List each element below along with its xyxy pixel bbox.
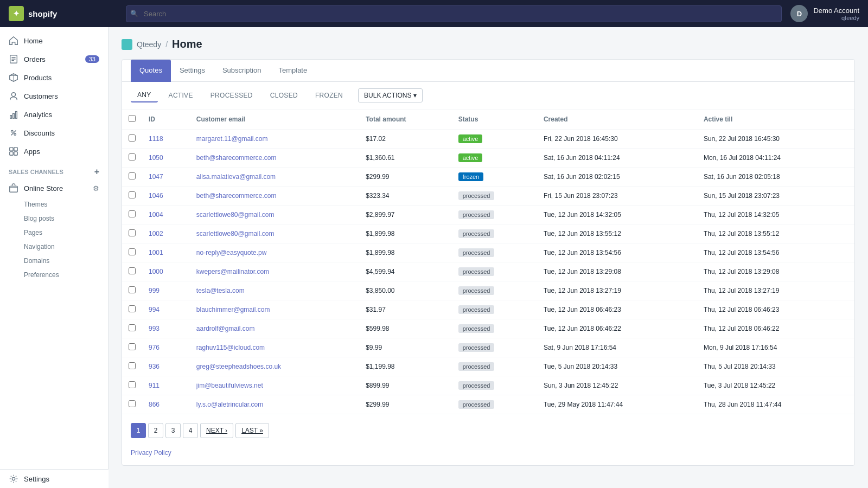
cell-email: jim@beautifulviews.net [190, 376, 359, 395]
id-link[interactable]: 999 [149, 287, 159, 294]
filter-processed[interactable]: PROCESSED [204, 89, 259, 102]
id-link[interactable]: 1000 [149, 268, 163, 275]
id-link[interactable]: 866 [149, 401, 159, 408]
id-link[interactable]: 1047 [149, 173, 163, 181]
page-btn-4[interactable]: 4 [183, 423, 198, 438]
row-checkbox[interactable] [129, 267, 136, 274]
tab-subscription[interactable]: Subscription [214, 60, 270, 82]
id-link[interactable]: 994 [149, 306, 159, 313]
id-link[interactable]: 1050 [149, 154, 163, 162]
last-page-button[interactable]: LAST » [235, 423, 269, 438]
sidebar-item-discounts[interactable]: Discounts [0, 124, 108, 142]
cell-status: processed [452, 338, 537, 357]
email-link[interactable]: beth@sharecommerce.com [196, 154, 277, 162]
id-link[interactable]: 1001 [149, 249, 163, 256]
id-link[interactable]: 1118 [149, 135, 163, 143]
row-checkbox[interactable] [129, 324, 136, 331]
email-link[interactable]: margaret.11@gmail.com [196, 135, 268, 143]
row-checkbox-cell [122, 300, 142, 319]
submenu-item-blog-posts[interactable]: Blog posts [0, 211, 108, 226]
submenu-item-themes[interactable]: Themes [0, 197, 108, 211]
id-link[interactable]: 1002 [149, 230, 163, 237]
search-input[interactable] [126, 5, 782, 22]
email-link[interactable]: greg@steepheadshoes.co.uk [196, 363, 281, 370]
row-checkbox[interactable] [129, 191, 136, 198]
cell-id: 911 [142, 376, 190, 395]
email-link[interactable]: blauchimmer@gmail.com [196, 306, 270, 313]
id-link[interactable]: 936 [149, 363, 159, 370]
breadcrumb-app-link[interactable]: Qteedy [137, 40, 161, 49]
cell-created: Sat, 9 Jun 2018 17:16:54 [537, 338, 697, 357]
submenu-item-preferences[interactable]: Preferences [0, 268, 108, 282]
filter-closed[interactable]: CLOSED [264, 89, 304, 102]
sidebar-label-home: Home [24, 37, 43, 45]
row-checkbox-cell [122, 281, 142, 300]
row-checkbox[interactable] [129, 343, 136, 350]
tab-settings[interactable]: Settings [171, 60, 214, 82]
row-checkbox[interactable] [129, 134, 136, 142]
email-link[interactable]: scarlettlowe80@gmail.com [196, 211, 275, 219]
row-checkbox[interactable] [129, 286, 136, 293]
svg-rect-10 [16, 112, 17, 119]
next-page-button[interactable]: NEXT › [200, 423, 233, 438]
email-link[interactable]: alisa.malatieva@gmail.com [196, 173, 276, 181]
sidebar-item-products[interactable]: Products [0, 68, 108, 87]
row-checkbox[interactable] [129, 400, 136, 407]
filter-frozen[interactable]: FROZEN [309, 89, 349, 102]
row-checkbox[interactable] [129, 229, 136, 236]
cell-id: 1004 [142, 206, 190, 224]
cell-email: blauchimmer@gmail.com [190, 300, 359, 319]
cell-amount: $2,899.97 [359, 206, 452, 224]
row-checkbox[interactable] [129, 362, 136, 369]
row-checkbox[interactable] [129, 248, 136, 255]
table-row: 1000 kwepers@mailinator.com $4,599.94 pr… [122, 262, 854, 281]
email-link[interactable]: scarlettlowe80@gmail.com [196, 230, 275, 237]
orders-badge: 33 [85, 55, 99, 63]
email-link[interactable]: tesla@tesla.com [196, 287, 245, 294]
email-link[interactable]: jim@beautifulviews.net [196, 382, 263, 389]
sidebar-item-apps[interactable]: Apps [0, 142, 108, 160]
add-sales-channel-icon[interactable]: + [94, 167, 99, 177]
sidebar-item-home[interactable]: Home [0, 31, 108, 50]
tab-template[interactable]: Template [270, 60, 316, 82]
id-link[interactable]: 993 [149, 325, 159, 332]
privacy-policy-link[interactable]: Privacy Policy [122, 447, 854, 465]
row-checkbox[interactable] [129, 210, 136, 217]
sidebar-item-settings[interactable]: Settings [0, 470, 108, 488]
email-link[interactable]: beth@sharecommerce.com [196, 192, 277, 200]
row-checkbox[interactable] [129, 381, 136, 388]
page-btn-3[interactable]: 3 [165, 423, 181, 438]
filter-active[interactable]: ACTIVE [162, 89, 200, 102]
page-btn-1[interactable]: 1 [131, 423, 146, 438]
sidebar-item-orders[interactable]: Orders 33 [0, 50, 108, 68]
sidebar-item-analytics[interactable]: Analytics [0, 105, 108, 124]
svg-rect-9 [13, 113, 15, 118]
email-link[interactable]: no-reply@easyquote.pw [196, 249, 267, 256]
filter-any[interactable]: ANY [131, 88, 158, 102]
page-btn-2[interactable]: 2 [148, 423, 163, 438]
row-checkbox[interactable] [129, 305, 136, 312]
cell-email: aardrolf@gmail.com [190, 319, 359, 338]
online-store-settings-icon[interactable]: ⚙ [93, 184, 99, 192]
id-link[interactable]: 1046 [149, 192, 163, 200]
online-store-item[interactable]: Online Store ⚙ [0, 179, 108, 197]
id-link[interactable]: 1004 [149, 211, 163, 219]
email-link[interactable]: raghuv115@icloud.com [196, 344, 265, 351]
row-checkbox[interactable] [129, 172, 136, 179]
select-all-checkbox[interactable] [129, 115, 136, 122]
id-link[interactable]: 976 [149, 344, 159, 351]
tab-quotes[interactable]: Quotes [131, 60, 171, 82]
email-link[interactable]: ly.s.o@aletrincular.com [196, 401, 263, 408]
submenu-item-navigation[interactable]: Navigation [0, 240, 108, 254]
email-link[interactable]: aardrolf@gmail.com [196, 325, 255, 332]
row-checkbox[interactable] [129, 153, 136, 160]
email-link[interactable]: kwepers@mailinator.com [196, 268, 269, 275]
id-link[interactable]: 911 [149, 382, 159, 389]
sidebar-settings[interactable]: Settings [0, 469, 108, 488]
cell-email: scarlettlowe80@gmail.com [190, 224, 359, 243]
table-row: 993 aardrolf@gmail.com $599.98 processed… [122, 319, 854, 338]
submenu-item-pages[interactable]: Pages [0, 226, 108, 240]
bulk-actions-button[interactable]: BULK ACTIONS ▾ [358, 88, 423, 102]
submenu-item-domains[interactable]: Domains [0, 254, 108, 268]
sidebar-item-customers[interactable]: Customers [0, 87, 108, 105]
